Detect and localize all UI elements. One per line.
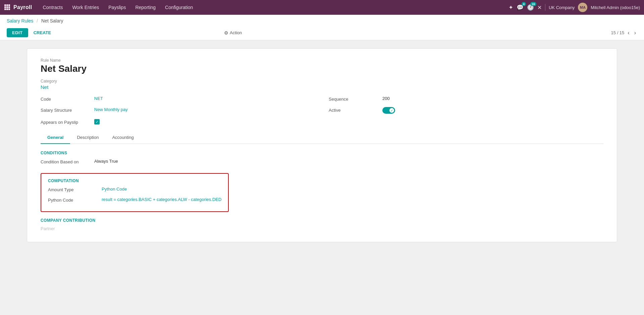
create-button[interactable]: CREATE: [31, 28, 54, 37]
nav-divider: [545, 4, 545, 11]
conditions-section: Conditions Condition Based on Always Tru…: [41, 151, 603, 164]
field-active: Active ✓: [329, 107, 603, 114]
breadcrumb-separator: /: [37, 18, 38, 23]
avatar[interactable]: MA: [578, 3, 587, 12]
gear-icon: ⚙: [224, 30, 228, 36]
pager-prev[interactable]: ‹: [626, 29, 631, 37]
action-label: Action: [230, 30, 242, 35]
svg-rect-0: [4, 4, 6, 6]
top-menu: Contracts Work Entries Payslips Reportin…: [39, 3, 508, 11]
condition-based-on-value: Always True: [94, 159, 118, 164]
field-sequence: Sequence 200: [329, 96, 603, 102]
active-label: Active: [329, 107, 382, 113]
field-python-code: Python Code result = categories.BASIC + …: [48, 197, 221, 203]
svg-rect-2: [8, 4, 10, 6]
nav-payslips[interactable]: Payslips: [104, 3, 130, 11]
username: Mitchell Admin (odoo15e): [591, 5, 640, 10]
form-card: Rule Name Net Salary Category Net Code N…: [27, 48, 617, 242]
app-brand: Payroll: [13, 4, 32, 10]
field-condition-based-on: Condition Based on Always True: [41, 159, 603, 164]
pager-next[interactable]: ›: [633, 29, 637, 37]
close-icon[interactable]: ✕: [537, 4, 542, 11]
svg-rect-8: [8, 8, 10, 10]
sequence-label: Sequence: [329, 96, 382, 102]
code-value[interactable]: NET: [94, 96, 103, 101]
svg-rect-7: [6, 8, 8, 10]
svg-rect-5: [8, 6, 10, 8]
action-bar: EDIT CREATE ⚙ Action 15 / 15 ‹ ›: [7, 26, 637, 40]
conditions-section-label: Conditions: [41, 151, 603, 155]
computation-section-label: Computation: [48, 178, 221, 183]
top-navigation: Payroll Contracts Work Entries Payslips …: [0, 0, 644, 15]
nav-work-entries[interactable]: Work Entries: [68, 3, 103, 11]
edit-button[interactable]: EDIT: [7, 28, 28, 37]
partner-label: Partner: [41, 226, 603, 231]
field-code: Code NET: [41, 96, 315, 102]
toggle-knob: ✓: [389, 108, 394, 113]
sequence-value: 200: [382, 96, 390, 101]
tab-description[interactable]: Description: [70, 132, 105, 144]
nav-configuration[interactable]: Configuration: [161, 3, 197, 11]
breadcrumb-parent[interactable]: Salary Rules: [7, 18, 33, 23]
field-appears-on-payslip: Appears on Payslip ✓: [41, 119, 603, 125]
svg-rect-1: [6, 4, 8, 6]
nav-reporting[interactable]: Reporting: [131, 3, 160, 11]
company-name[interactable]: UK Company: [549, 5, 575, 10]
pager: 15 / 15 ‹ ›: [611, 29, 637, 37]
tab-accounting[interactable]: Accounting: [105, 132, 140, 144]
appears-on-payslip-checkbox[interactable]: ✓: [94, 119, 100, 124]
svg-rect-4: [6, 6, 8, 8]
chat-badge: 4: [522, 2, 526, 6]
svg-rect-3: [4, 6, 6, 8]
python-code-value: result = categories.BASIC + categories.A…: [102, 197, 221, 202]
condition-based-on-label: Condition Based on: [41, 159, 94, 164]
star-icon[interactable]: ✦: [508, 4, 513, 11]
active-toggle[interactable]: ✓: [382, 107, 395, 114]
field-salary-structure: Salary Structure New Monthly pay: [41, 107, 315, 114]
salary-structure-value[interactable]: New Monthly pay: [94, 107, 128, 112]
rule-name-value: Net Salary: [41, 63, 603, 74]
tab-content-general: Conditions Condition Based on Always Tru…: [41, 144, 603, 231]
topnav-right-icons: ✦ 💬4 🕐16 ✕ UK Company MA Mitchell Admin …: [508, 3, 640, 12]
salary-structure-label: Salary Structure: [41, 107, 94, 113]
pager-text: 15 / 15: [611, 30, 625, 35]
amount-type-label: Amount Type: [48, 187, 102, 192]
nav-contracts[interactable]: Contracts: [39, 3, 67, 11]
python-code-label: Python Code: [48, 197, 102, 203]
category-label: Category: [41, 79, 603, 84]
breadcrumb: Salary Rules / Net Salary: [7, 18, 637, 23]
field-amount-type: Amount Type Python Code: [48, 187, 221, 192]
breadcrumb-current: Net Salary: [41, 18, 63, 23]
tab-general[interactable]: General: [41, 132, 70, 144]
form-row-code-sequence: Code NET Sequence 200: [41, 96, 603, 105]
company-contribution-section: Company Contribution Partner: [41, 218, 603, 231]
amount-type-value[interactable]: Python Code: [102, 187, 127, 192]
appears-on-payslip-label: Appears on Payslip: [41, 119, 94, 125]
clock-icon[interactable]: 🕐16: [527, 4, 534, 11]
rule-name-label: Rule Name: [41, 58, 603, 63]
tabs-bar: General Description Accounting: [41, 132, 603, 144]
category-value[interactable]: Net: [41, 84, 603, 90]
svg-rect-6: [4, 8, 6, 10]
main-content: Rule Name Net Salary Category Net Code N…: [0, 40, 644, 312]
computation-box: Computation Amount Type Python Code Pyth…: [41, 173, 229, 212]
clock-badge: 16: [530, 2, 536, 6]
company-contribution-label: Company Contribution: [41, 218, 603, 223]
action-button[interactable]: ⚙ Action: [224, 30, 242, 36]
code-label: Code: [41, 96, 94, 102]
chat-icon[interactable]: 💬4: [517, 4, 524, 11]
breadcrumb-area: Salary Rules / Net Salary EDIT CREATE ⚙ …: [0, 15, 644, 40]
apps-grid-icon[interactable]: [4, 4, 10, 11]
form-row-structure-active: Salary Structure New Monthly pay Active …: [41, 107, 603, 117]
